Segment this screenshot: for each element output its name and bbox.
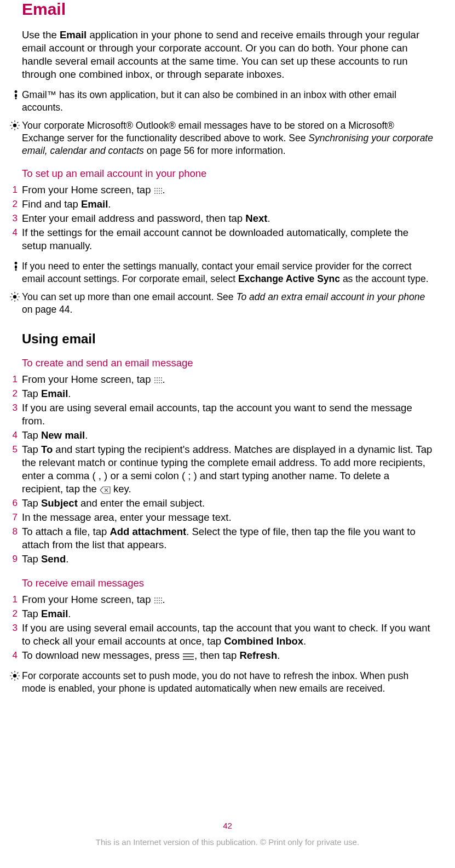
create-steps: 1From your Home screen, tap . 2Tap Email…	[22, 373, 433, 567]
svg-point-50	[154, 597, 155, 599]
svg-point-38	[159, 377, 160, 378]
note-manual-bold: Exchange Active Sync	[238, 273, 340, 284]
step-number: 7	[7, 511, 18, 524]
step-number: 6	[7, 497, 18, 510]
page-number: 42	[0, 820, 455, 832]
create-step-4: 4Tap New mail.	[22, 429, 433, 443]
receive-step-4: 4To download new messages, press , then …	[22, 649, 433, 663]
body-column: Use the Email application in your phone …	[22, 28, 433, 695]
svg-point-53	[161, 597, 162, 599]
step-text-a: Tap	[22, 444, 41, 455]
receive-step-1: 1From your Home screen, tap .	[22, 593, 433, 607]
svg-point-15	[161, 188, 162, 189]
svg-point-59	[157, 602, 158, 603]
step-text: In the message area, enter your message …	[22, 511, 232, 523]
svg-line-9	[18, 122, 18, 123]
footer-disclaimer: This is an Internet version of this publ…	[0, 836, 455, 848]
step-text-c: and start typing the recipient's address…	[22, 444, 432, 495]
receive-step-3: 3If you are using several email accounts…	[22, 622, 433, 649]
svg-point-40	[154, 380, 155, 381]
svg-point-22	[159, 193, 160, 194]
step-text-bold: Refresh	[239, 649, 277, 661]
step-text-c: .	[68, 608, 71, 619]
create-step-5: 5Tap To and start typing the recipient's…	[22, 443, 433, 497]
receive-steps: 1From your Home screen, tap . 2Tap Email…	[22, 593, 433, 663]
svg-line-8	[18, 128, 18, 129]
note-outlook: Your corporate Microsoft® Outlook® email…	[22, 119, 433, 157]
svg-point-2	[15, 97, 16, 99]
svg-point-14	[159, 188, 160, 189]
lead-text-a: Use the	[22, 29, 60, 41]
step-text-a: From your Home screen, tap	[22, 373, 154, 385]
setup-step-3: 3Enter your email address and password, …	[22, 212, 433, 226]
step-text-bold: Next	[245, 212, 267, 224]
svg-point-43	[161, 380, 162, 381]
step-text-a: Tap	[22, 429, 41, 441]
note-extra-italic: To add an extra email account in your ph…	[236, 291, 425, 302]
menu-icon	[182, 651, 194, 658]
step-text-bold: Combined Inbox	[224, 635, 303, 647]
create-step-3: 3If you are using several email accounts…	[22, 401, 433, 429]
step-text-bold: Email	[41, 608, 68, 619]
svg-point-60	[159, 602, 160, 603]
create-step-6: 6Tap Subject and enter the email subject…	[22, 497, 433, 511]
backspace-icon	[100, 485, 111, 493]
step-number: 5	[7, 443, 18, 456]
step-text-b: , then tap	[194, 649, 239, 661]
svg-line-70	[18, 679, 18, 679]
svg-point-36	[154, 377, 155, 378]
svg-rect-1	[15, 94, 17, 97]
note-manual-b: as the account type.	[340, 273, 429, 284]
note-gmail: Gmail™ has its own application, but it c…	[22, 89, 433, 114]
svg-line-7	[11, 122, 12, 123]
svg-point-23	[161, 193, 162, 194]
step-text-bold: New mail	[41, 429, 85, 441]
note-extra-account: You can set up more than one email accou…	[22, 291, 433, 316]
step-number: 2	[7, 607, 18, 620]
step-number: 3	[7, 401, 18, 415]
step-text-c: .	[66, 553, 68, 565]
setup-step-4: 4If the settings for the email account c…	[22, 226, 433, 254]
bulb-icon	[9, 671, 20, 684]
svg-point-12	[154, 188, 155, 189]
step-text-a: To attach a file, tap	[22, 526, 110, 537]
step-text-b: .	[163, 184, 165, 196]
create-step-8: 8To attach a file, tap Add attachment. S…	[22, 525, 433, 553]
svg-point-47	[161, 382, 162, 383]
step-text-d: key.	[111, 483, 131, 495]
step-number: 2	[7, 198, 18, 211]
step-text-bold: To	[41, 444, 53, 455]
svg-point-16	[154, 191, 155, 192]
svg-rect-25	[15, 265, 17, 268]
step-number: 4	[7, 429, 18, 442]
svg-point-54	[154, 600, 155, 601]
receive-step-2: 2Tap Email.	[22, 607, 433, 622]
note-extra-b: on page 44.	[22, 304, 72, 315]
svg-point-51	[157, 597, 158, 599]
step-text-bold: Email	[81, 198, 108, 210]
step-text-a: Tap	[22, 388, 41, 399]
bulb-icon	[9, 292, 20, 305]
setup-step-1: 1From your Home screen, tap .	[22, 183, 433, 198]
step-number: 1	[7, 183, 18, 197]
step-text-a: Tap	[22, 608, 41, 619]
step-text-bold: Email	[41, 388, 68, 399]
step-text-bold: Subject	[41, 497, 78, 509]
create-step-2: 2Tap Email.	[22, 387, 433, 401]
create-step-1: 1From your Home screen, tap .	[22, 373, 433, 387]
svg-point-11	[13, 124, 16, 127]
receive-heading: To receive email messages	[22, 577, 433, 590]
step-number: 1	[7, 373, 18, 386]
bulb-icon	[9, 120, 20, 134]
step-text-a: Tap	[22, 497, 41, 509]
svg-line-32	[18, 300, 18, 300]
svg-point-24	[15, 262, 18, 265]
using-heading: Using email	[22, 331, 433, 347]
svg-point-0	[15, 90, 18, 93]
svg-point-73	[13, 674, 16, 677]
note-push-text: For corporate accounts set to push mode,…	[22, 670, 433, 695]
svg-point-21	[157, 193, 158, 194]
page-title: Email	[22, 0, 433, 19]
step-text-a: Find and tap	[22, 198, 81, 210]
step-text-c: .	[267, 212, 270, 224]
